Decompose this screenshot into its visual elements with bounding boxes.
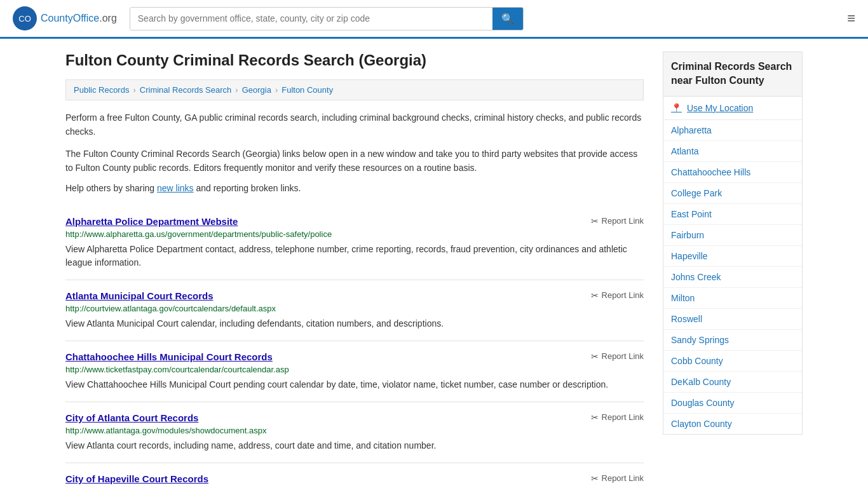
menu-icon[interactable]: ≡ (847, 10, 855, 27)
record-title-3[interactable]: City of Atlanta Court Records (65, 412, 198, 423)
scissors-icon-2: ✂ (591, 351, 599, 362)
report-link-0[interactable]: ✂ Report Link (591, 216, 644, 226)
record-url-1[interactable]: http://courtview.atlantaga.gov/courtcale… (65, 304, 644, 313)
page-title: Fulton County Criminal Records Search (G… (65, 51, 644, 69)
sidebar-item-johns-creek[interactable]: Johns Creek (663, 267, 802, 288)
search-button[interactable]: 🔍 (492, 8, 523, 30)
scissors-icon-4: ✂ (591, 473, 599, 484)
sidebar-item-sandy-springs[interactable]: Sandy Springs (663, 330, 802, 351)
record-desc-0: View Alpharetta Police Department contac… (65, 243, 644, 269)
breadcrumb: Public Records › Criminal Records Search… (65, 79, 644, 100)
sidebar-item-hapeville[interactable]: Hapeville (663, 246, 802, 267)
record-item-2: Chattahoochee Hills Municipal Court Reco… (65, 341, 644, 402)
svg-text:CO: CO (18, 14, 31, 24)
logo-text: CountyOffice.org (41, 13, 117, 24)
sidebar-item-alpharetta[interactable]: Alpharetta (663, 120, 802, 141)
sidebar-item-college-park[interactable]: College Park (663, 183, 802, 204)
sidebar-item-milton[interactable]: Milton (663, 288, 802, 309)
help-text: Help others by sharing new links and rep… (65, 183, 644, 193)
record-title-4[interactable]: City of Hapeville Court Records (65, 473, 208, 484)
pin-icon: 📍 (671, 103, 682, 113)
sidebar-item-fairburn[interactable]: Fairburn (663, 225, 802, 246)
sidebar-item-chattahoochee-hills[interactable]: Chattahoochee Hills (663, 162, 802, 183)
record-item-1: Atlanta Municipal Court Records ✂ Report… (65, 280, 644, 341)
record-item-3: City of Atlanta Court Records ✂ Report L… (65, 402, 644, 463)
record-desc-3: View Atlanta court records, including na… (65, 439, 644, 452)
record-desc-1: View Atlanta Municipal Court calendar, i… (65, 317, 644, 330)
sidebar-item-douglas-county[interactable]: Douglas County (663, 393, 802, 414)
use-my-location-button[interactable]: 📍 Use My Location (663, 97, 802, 120)
intro-paragraph-1: Perform a free Fulton County, GA public … (65, 111, 644, 139)
breadcrumb-criminal-records[interactable]: Criminal Records Search (140, 85, 232, 95)
sidebar-item-cobb-county[interactable]: Cobb County (663, 351, 802, 372)
sidebar-item-atlanta[interactable]: Atlanta (663, 141, 802, 162)
scissors-icon-3: ✂ (591, 412, 599, 423)
sidebar-item-roswell[interactable]: Roswell (663, 309, 802, 330)
record-item-0: Alpharetta Police Department Website ✂ R… (65, 206, 644, 280)
sidebar-title: Criminal Records Search near Fulton Coun… (663, 51, 803, 97)
breadcrumb-fulton-county[interactable]: Fulton County (281, 85, 333, 95)
record-url-3[interactable]: http://www.atlantaga.gov/modules/showdoc… (65, 426, 644, 435)
sidebar-item-dekalb-county[interactable]: DeKalb County (663, 372, 802, 393)
scissors-icon-1: ✂ (591, 290, 599, 301)
record-title-0[interactable]: Alpharetta Police Department Website (65, 216, 238, 227)
search-input[interactable] (130, 8, 492, 30)
use-my-location-label: Use My Location (687, 103, 753, 113)
sidebar-list: 📍 Use My Location Alpharetta Atlanta Cha… (663, 97, 803, 435)
record-desc-2: View Chattahoochee Hills Municipal Court… (65, 378, 644, 391)
new-links[interactable]: new links (157, 183, 194, 193)
report-link-1[interactable]: ✂ Report Link (591, 290, 644, 301)
scissors-icon-0: ✂ (591, 216, 599, 226)
sidebar-item-east-point[interactable]: East Point (663, 204, 802, 225)
record-url-0[interactable]: http://www.alpharetta.ga.us/government/d… (65, 229, 644, 239)
intro-paragraph-2: The Fulton County Criminal Records Searc… (65, 147, 644, 175)
report-link-2[interactable]: ✂ Report Link (591, 351, 644, 362)
record-title-2[interactable]: Chattahoochee Hills Municipal Court Reco… (65, 351, 273, 362)
report-link-4[interactable]: ✂ Report Link (591, 473, 644, 484)
search-bar: 🔍 (130, 7, 524, 30)
breadcrumb-georgia[interactable]: Georgia (242, 85, 271, 95)
record-title-1[interactable]: Atlanta Municipal Court Records (65, 290, 214, 301)
search-icon: 🔍 (501, 13, 514, 24)
breadcrumb-public-records[interactable]: Public Records (74, 85, 129, 95)
record-url-2[interactable]: http://www.ticketfastpay.com/courtcalend… (65, 365, 644, 374)
sidebar-item-clayton-county[interactable]: Clayton County (663, 414, 802, 434)
report-link-3[interactable]: ✂ Report Link (591, 412, 644, 423)
logo[interactable]: CO CountyOffice.org (13, 6, 117, 30)
record-item-4: City of Hapeville Court Records ✂ Report… (65, 463, 644, 488)
logo-icon: CO (13, 6, 37, 30)
